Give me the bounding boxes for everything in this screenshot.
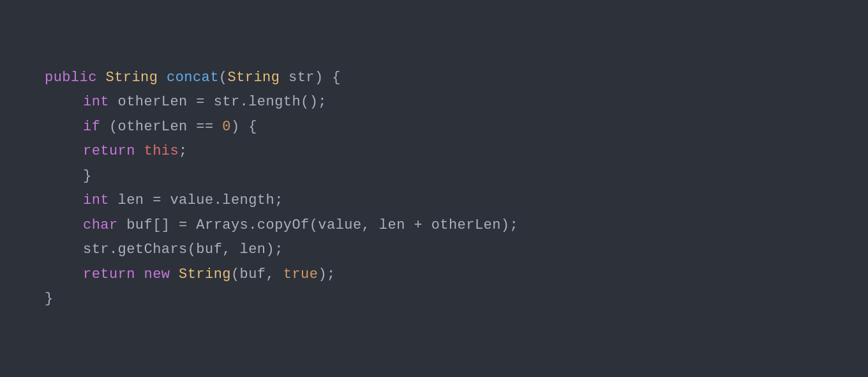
call-string-close: ); [318, 266, 335, 282]
call-string-open: (buf, [231, 266, 283, 282]
code-line-5: } [45, 164, 823, 189]
type-string: String [106, 70, 167, 86]
keyword-int-2: int [83, 192, 118, 208]
param-str: str) { [288, 70, 341, 86]
call-getchars: str.getChars(buf, len); [83, 242, 283, 258]
keyword-char: char [83, 217, 126, 233]
code-line-8: str.getChars(buf, len); [45, 238, 823, 263]
code-line-6: int len = value.length; [45, 188, 823, 213]
condition-open: (otherLen == [109, 119, 222, 135]
code-line-1: public String concat(String str) { [45, 66, 823, 91]
keyword-return-2: return [83, 266, 144, 282]
var-otherlen: otherLen = str.length(); [118, 94, 327, 110]
condition-close: ) { [231, 119, 257, 135]
code-line-7: char buf[] = Arrays.copyOf(value, len + … [45, 213, 823, 238]
func-concat: concat [167, 70, 219, 86]
param-type-string: String [228, 70, 289, 86]
brace-close-method: } [45, 291, 54, 307]
code-line-3: if (otherLen == 0) { [45, 115, 823, 140]
keyword-int-1: int [83, 94, 118, 110]
keyword-new: new [144, 266, 179, 282]
code-block: public String concat(String str) { int o… [19, 40, 849, 337]
code-line-10: } [45, 287, 823, 312]
keyword-return-1: return [83, 143, 144, 159]
literal-zero: 0 [222, 119, 231, 135]
keyword-this: this [144, 143, 179, 159]
brace-close-if: } [83, 168, 92, 184]
literal-true: true [283, 266, 318, 282]
var-len: len = value.length; [118, 192, 283, 208]
keyword-if: if [83, 119, 109, 135]
type-string-2: String [179, 266, 231, 282]
code-line-4: return this; [45, 139, 823, 164]
code-line-9: return new String(buf, true); [45, 263, 823, 288]
var-buf: buf[] = Arrays.copyOf(value, len + other… [126, 217, 518, 233]
semicolon-1: ; [179, 143, 188, 159]
paren-open: ( [219, 70, 228, 86]
keyword-public: public [45, 70, 106, 86]
code-line-2: int otherLen = str.length(); [45, 90, 823, 115]
